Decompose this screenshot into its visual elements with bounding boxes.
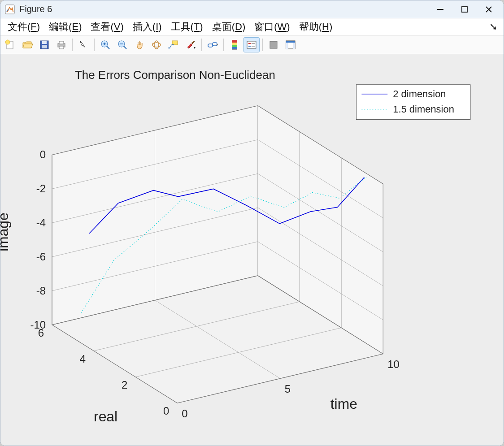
- pan-button[interactable]: [131, 37, 148, 52]
- x-tick-label: 10: [387, 358, 400, 370]
- rotate-3d-button[interactable]: [148, 37, 165, 52]
- y-tick-label: 2: [122, 379, 127, 391]
- toolbar-separator: [201, 39, 202, 51]
- menu-window[interactable]: 窗口(W): [250, 18, 294, 35]
- svg-point-21: [152, 43, 161, 47]
- axes-3d[interactable]: -10-8-6-4-2002460510The Errors Compariso…: [0, 54, 504, 446]
- z-tick-label: -6: [36, 251, 46, 263]
- edit-plot-button[interactable]: [75, 37, 91, 52]
- y-tick-label: 0: [163, 405, 169, 417]
- insert-legend-button[interactable]: [243, 37, 260, 52]
- menu-edit[interactable]: 编辑(E): [44, 18, 86, 35]
- hide-plot-tools-button[interactable]: [265, 37, 282, 52]
- svg-rect-26: [208, 44, 213, 47]
- z-axis-label: image: [0, 212, 11, 251]
- svg-rect-11: [59, 41, 64, 44]
- menu-file[interactable]: 文件(F): [3, 18, 44, 35]
- z-tick-label: 0: [40, 148, 46, 160]
- z-tick-label: -2: [36, 182, 46, 195]
- chart-title: The Errors Comparison Non-Euclidean: [75, 69, 275, 81]
- y-tick-label: 6: [38, 327, 44, 339]
- svg-line-15: [107, 46, 109, 49]
- svg-rect-31: [232, 45, 237, 47]
- svg-rect-0: [5, 4, 14, 13]
- print-button[interactable]: [53, 37, 70, 52]
- menu-help[interactable]: 帮助(H): [295, 18, 337, 35]
- toolbar-separator: [262, 39, 263, 51]
- new-figure-button[interactable]: [2, 37, 18, 52]
- x-tick-label: 0: [182, 407, 187, 420]
- z-tick-label: -4: [36, 217, 46, 229]
- close-button[interactable]: [477, 2, 501, 17]
- menu-tools[interactable]: 工具(T): [166, 18, 208, 35]
- svg-rect-27: [213, 43, 217, 46]
- zoom-in-button[interactable]: [97, 37, 113, 52]
- svg-rect-29: [232, 40, 237, 43]
- x-tick-label: 5: [285, 383, 291, 395]
- matlab-icon: [5, 4, 15, 14]
- legend-entry-label: 1.5 dimension: [393, 104, 454, 115]
- brush-button[interactable]: [182, 37, 199, 52]
- svg-rect-38: [270, 41, 277, 48]
- open-button[interactable]: [19, 37, 35, 52]
- svg-rect-32: [232, 47, 237, 49]
- toolbar: [0, 35, 504, 54]
- titlebar: Figure 6: [0, 0, 504, 18]
- zoom-out-button[interactable]: [114, 37, 130, 52]
- save-button[interactable]: [36, 37, 52, 52]
- svg-rect-30: [232, 43, 237, 45]
- window-title: Figure 6: [19, 4, 52, 14]
- svg-rect-40: [286, 41, 295, 43]
- svg-line-13: [83, 45, 85, 47]
- legend-entry-label: 2 dimension: [393, 88, 446, 100]
- menu-insert[interactable]: 插入(I): [128, 18, 166, 35]
- menu-desktop[interactable]: 桌面(D): [208, 18, 250, 35]
- svg-rect-12: [59, 46, 64, 49]
- figure-window: Figure 6 文件(F) 编辑(E) 查看(V) 插入(I) 工具(T) 桌…: [0, 0, 504, 446]
- show-plot-tools-button[interactable]: [282, 37, 299, 52]
- figure-canvas[interactable]: -10-8-6-4-2002460510The Errors Compariso…: [0, 54, 504, 446]
- menu-view[interactable]: 查看(V): [86, 18, 128, 35]
- svg-rect-2: [462, 7, 467, 12]
- svg-rect-8: [42, 41, 47, 44]
- y-axis-label: real: [94, 408, 117, 424]
- z-tick-label: -8: [36, 285, 46, 297]
- y-tick-label: 4: [80, 353, 86, 365]
- dock-toggle-icon[interactable]: ➘: [489, 21, 501, 33]
- maximize-button[interactable]: [452, 2, 477, 17]
- toolbar-separator: [94, 39, 95, 51]
- x-axis-label: time: [330, 396, 357, 412]
- svg-rect-9: [42, 45, 47, 48]
- svg-rect-33: [247, 41, 256, 48]
- toolbar-separator: [223, 39, 224, 51]
- minimize-button[interactable]: [428, 2, 452, 17]
- svg-rect-42: [293, 43, 295, 49]
- insert-colorbar-button[interactable]: [226, 37, 243, 52]
- svg-rect-41: [286, 43, 288, 49]
- svg-line-19: [124, 46, 126, 49]
- menubar: 文件(F) 编辑(E) 查看(V) 插入(I) 工具(T) 桌面(D) 窗口(W…: [0, 18, 504, 35]
- data-cursor-button[interactable]: [165, 37, 182, 52]
- svg-point-22: [154, 41, 159, 49]
- link-data-button[interactable]: [204, 37, 221, 52]
- toolbar-separator: [72, 39, 73, 51]
